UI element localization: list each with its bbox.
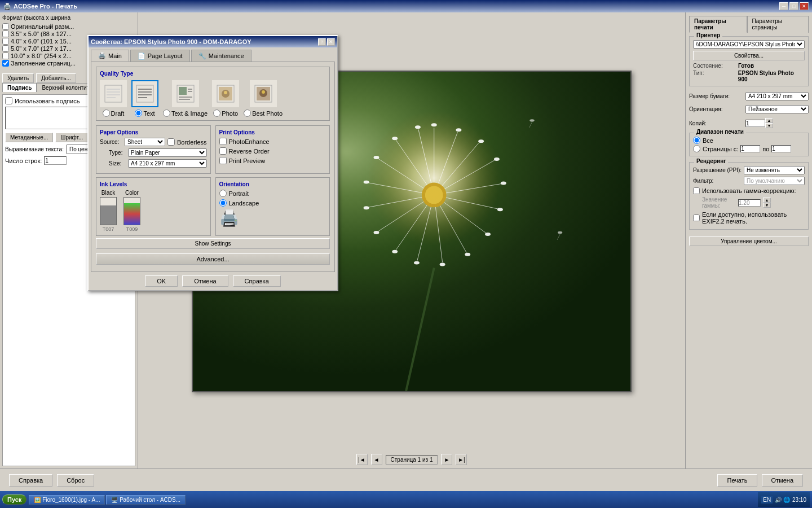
type-select-paper[interactable]: Plain Paper xyxy=(128,148,207,157)
text-icon-box xyxy=(131,80,158,107)
show-settings-btn[interactable]: Show Settings xyxy=(96,238,330,249)
print-btn[interactable]: Печать xyxy=(717,474,757,487)
copies-up-btn[interactable]: ▲ xyxy=(765,118,773,123)
properties-btn[interactable]: Свойства... xyxy=(693,51,805,60)
tab-print-params[interactable]: Параметры печати xyxy=(689,16,747,33)
printer-select[interactable]: \\DOM-DARAGOY\EPSON Stylus Photo 90... xyxy=(693,40,805,49)
printer-orientation-icon: 🖨️ xyxy=(219,209,326,227)
pages-to-input[interactable] xyxy=(771,145,791,152)
last-page-btn[interactable]: ►| xyxy=(456,454,467,465)
format-label: Формат (высота х ширина xyxy=(2,15,135,21)
exif-checkbox-label: Если доступно, использовать EXIF2.2 печа… xyxy=(702,211,805,225)
format-check-4[interactable] xyxy=(2,52,9,59)
help-btn[interactable]: Справка xyxy=(9,474,52,487)
size-select[interactable]: A4 210 x 297 mm xyxy=(128,159,207,168)
source-select[interactable]: Sheet xyxy=(125,138,165,146)
format-check-2[interactable] xyxy=(2,38,9,45)
reset-btn[interactable]: Сброс xyxy=(57,474,94,487)
draft-radio-label: Draft xyxy=(103,110,125,117)
next-page-btn[interactable]: ► xyxy=(441,454,452,465)
best-photo-radio[interactable] xyxy=(244,110,251,117)
landscape-label: Landscape xyxy=(229,200,259,207)
svg-point-31 xyxy=(373,231,379,234)
print-preview-checkbox[interactable] xyxy=(219,157,227,164)
start-button[interactable]: Пуск xyxy=(2,494,27,505)
reverse-order-checkbox[interactable] xyxy=(219,147,227,155)
taskbar-icons: 🔊 🌐 xyxy=(775,497,790,503)
first-page-btn[interactable]: |◄ xyxy=(356,454,368,465)
printer-properties-dialog[interactable]: Свойства: EPSON Stylus Photo 900 - DOM-D… xyxy=(87,35,338,291)
copies-input[interactable] xyxy=(745,120,765,127)
landscape-radio[interactable] xyxy=(219,199,227,207)
gamma-up-btn[interactable]: ▲ xyxy=(763,198,771,203)
dialog-help-btn[interactable]: ? xyxy=(318,38,326,46)
advanced-btn[interactable]: Advanced... xyxy=(96,253,330,265)
portrait-radio[interactable] xyxy=(219,190,227,197)
photo-radio[interactable] xyxy=(213,110,220,117)
format-check-0[interactable] xyxy=(2,23,9,30)
format-check-5[interactable] xyxy=(2,60,9,67)
format-checkbox-0[interactable]: Оригинальный разм... xyxy=(2,23,135,30)
print-preview-label: Print Preview xyxy=(229,157,266,164)
dialog-tab-maintenance[interactable]: 🔧 Maintenance xyxy=(191,50,251,62)
prev-page-btn[interactable]: ◄ xyxy=(371,454,382,465)
dialog-ok-btn[interactable]: OK xyxy=(145,275,178,287)
minimize-btn[interactable]: ─ xyxy=(779,2,788,10)
tab-podpis[interactable]: Подпись xyxy=(2,83,37,92)
dialog-close-btn[interactable]: ✕ xyxy=(327,38,335,46)
render-label: Рендеринг xyxy=(694,158,728,164)
quality-best-photo[interactable]: Best Photo xyxy=(244,80,283,117)
color-mgmt-btn[interactable]: Управление цветом... xyxy=(689,237,809,246)
orientation-select[interactable]: Пейзажное xyxy=(745,105,809,113)
dialog-tab-page-layout[interactable]: 📄 Page Layout xyxy=(130,50,190,62)
format-check-3[interactable] xyxy=(2,45,9,52)
gamma-down-btn[interactable]: ▼ xyxy=(763,203,771,208)
svg-point-22 xyxy=(478,139,484,143)
use-sig-checkbox[interactable] xyxy=(5,97,12,104)
best-photo-icon-box xyxy=(250,80,277,107)
taskbar-task-1[interactable]: 🖥️ Рабочий стол - ACDS... xyxy=(106,495,186,505)
delete-btn[interactable]: Удалить xyxy=(2,73,34,83)
exif-checkbox[interactable] xyxy=(693,214,700,221)
copies-down-btn[interactable]: ▼ xyxy=(765,123,773,128)
quality-draft[interactable]: Draft xyxy=(100,80,127,117)
borderless-checkbox[interactable] xyxy=(167,138,175,146)
format-check-1[interactable] xyxy=(2,30,9,37)
quality-photo[interactable]: Photo xyxy=(212,80,239,117)
taskbar-task-0[interactable]: 🖼️ Fioro_1600(1).jpg - A... xyxy=(29,495,105,505)
status-label: Состояние: xyxy=(693,63,738,69)
metadata-btn[interactable]: Метаданные... xyxy=(5,133,53,142)
draft-radio[interactable] xyxy=(103,110,110,117)
quality-text[interactable]: Text xyxy=(131,80,158,117)
cancel-btn[interactable]: Отмена xyxy=(762,474,803,487)
add-btn[interactable]: Добавить... xyxy=(36,73,76,83)
photo-enhance-checkbox[interactable] xyxy=(219,138,227,145)
text-image-radio[interactable] xyxy=(163,110,170,117)
draft-icon xyxy=(102,82,125,105)
pages-from-input[interactable] xyxy=(740,145,760,152)
dialog-tab-main[interactable]: 🖨️ Main xyxy=(91,50,129,62)
title-bar: 🖨️ ACDSee Pro - Печать ─ □ ✕ xyxy=(0,0,812,12)
svg-point-34 xyxy=(373,156,379,159)
dialog-help-footer-btn[interactable]: Справка xyxy=(233,275,281,287)
paper-size-select[interactable]: A4 210 x 297 mm xyxy=(745,92,809,100)
pages-radio[interactable] xyxy=(693,145,700,152)
tab-page-params[interactable]: Параметры страницы xyxy=(747,16,809,33)
right-panel: Параметры печати Параметры страницы Прин… xyxy=(685,12,812,468)
svg-point-24 xyxy=(501,182,506,185)
ppi-select[interactable]: Не изменять xyxy=(744,166,805,174)
ppi-label: Разрешение (PPI): xyxy=(693,167,744,173)
filter-row: Фильтр: По умолчанию xyxy=(693,177,805,185)
all-radio[interactable] xyxy=(693,137,700,144)
paper-options-group: Paper Options Source: Sheet Borderless T… xyxy=(96,125,211,174)
lines-input[interactable] xyxy=(44,156,67,165)
gamma-input[interactable] xyxy=(738,199,761,207)
font-btn[interactable]: Шрифт... xyxy=(55,133,88,142)
filter-select[interactable]: По умолчанию xyxy=(744,177,805,185)
close-btn[interactable]: ✕ xyxy=(800,2,809,10)
gamma-checkbox[interactable] xyxy=(693,187,700,194)
dialog-cancel-btn[interactable]: Отмена xyxy=(182,275,228,287)
quality-text-image[interactable]: Text & Image xyxy=(163,80,208,117)
maximize-btn[interactable]: □ xyxy=(789,2,798,10)
text-radio[interactable] xyxy=(135,110,142,117)
